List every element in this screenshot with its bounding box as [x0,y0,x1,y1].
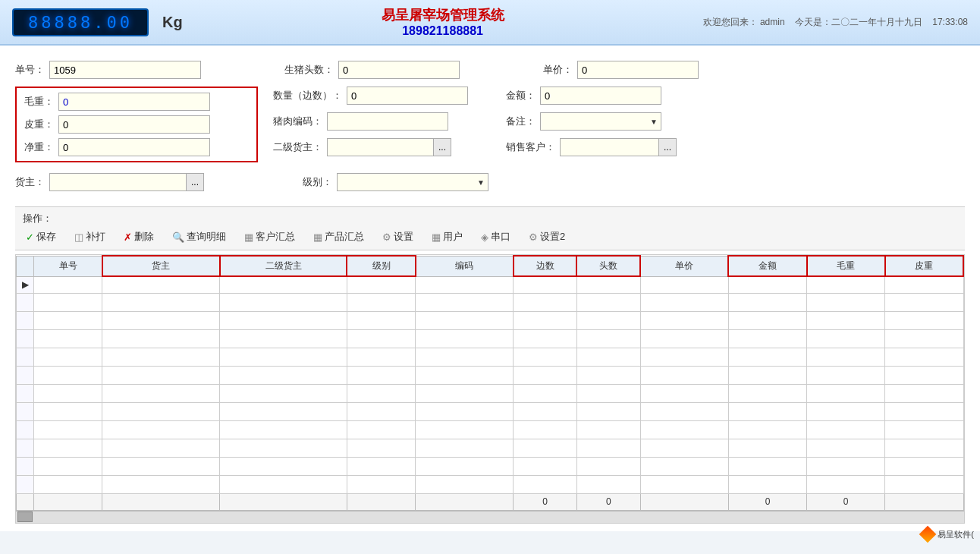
table-row-indicator: ▶ [17,276,964,293]
table-row-empty-7 [17,402,964,420]
product-summary-label: 产品汇总 [325,230,364,244]
scroll-thumb[interactable] [17,512,33,522]
settings-button[interactable]: ⚙ 设置 [379,228,416,245]
unit-price-label: 单价： [543,63,573,77]
product-summary-button[interactable]: ▦ 产品汇总 [310,228,367,245]
reprint-button[interactable]: ◫ 补打 [71,228,108,245]
footer-gross: 0 [807,493,885,510]
sales-customer-browse[interactable]: ... [658,138,677,156]
sales-customer-group: 销售客户： ... [506,138,677,156]
pork-code-input[interactable] [327,112,448,131]
customer-summary-button[interactable]: ▦ 客户汇总 [241,228,298,245]
order-group: 单号： [15,61,201,79]
secondary-owner-label: 二级货主： [273,140,322,154]
query-label: 查询明细 [187,230,226,244]
header-left: 88888.00 Kg [12,8,183,36]
th-tare: 皮重 [885,256,963,276]
footer-code [416,493,514,510]
welcome-text: 欢迎您回来： admin 今天是：二〇二一年十月十九日 17:33:08 [703,16,968,29]
unit-price-input[interactable] [577,61,699,79]
pigs-group: 生猪头数： [284,61,460,79]
owner-browse[interactable]: ... [186,173,204,191]
delete-button[interactable]: ✗ 删除 [121,228,157,245]
save-icon: ✓ [26,231,34,243]
query-icon: 🔍 [172,231,184,243]
row-indicator-cell: ▶ [17,276,34,293]
product-icon: ▦ [313,231,322,243]
level-arrow-icon: ▼ [477,178,485,187]
tare-row: 皮重： [24,115,249,134]
secondary-owner-browse[interactable]: ... [433,138,451,156]
tare-input[interactable] [58,115,210,134]
customer-icon: ▦ [244,231,253,243]
th-owner2: 二级货主 [220,256,347,276]
td-gross [807,276,885,293]
logo-area: 易呈软件 ( [922,528,974,540]
header: 88888.00 Kg 易呈屠宰场管理系统 189821188881 欢迎您回来… [0,0,980,46]
gross-weight-input[interactable] [58,93,210,111]
pigs-input[interactable] [338,61,460,79]
level-dropdown[interactable]: ▼ [337,173,488,191]
system-title: 易呈屠宰场管理系统 [382,6,504,24]
weight-section: 毛重： 皮重： 净重： [15,87,258,162]
data-table: 单号 货主 二级货主 级别 编码 边数 头数 单价 金额 毛重 皮重 ▶ [16,255,964,511]
user-label: 用户 [443,230,463,244]
sales-customer-input[interactable] [560,138,658,156]
td-owner2 [220,276,347,293]
owner-group: 货主： ... [15,173,204,191]
amount-input[interactable] [540,87,661,105]
footer-unitprice [640,493,728,510]
table-row-empty-10 [17,457,964,475]
table-row-empty-8 [17,420,964,439]
secondary-owner-group: 二级货主： ... [273,138,468,156]
table-header-row: 单号 货主 二级货主 级别 编码 边数 头数 单价 金额 毛重 皮重 [17,256,964,276]
net-weight-input[interactable] [58,138,210,156]
table-row-empty-4 [17,348,964,366]
header-center: 易呈屠宰场管理系统 189821188881 [382,6,504,38]
logo-diamond-icon [919,526,937,543]
amount-group: 金额： [506,87,677,105]
note-group: 备注： ▼ [506,112,677,131]
table-row-empty-6 [17,384,964,402]
footer-row: 0 0 0 0 [17,493,964,510]
order-input[interactable] [49,61,201,79]
owner-label: 货主： [15,175,45,189]
phone-number: 189821188881 [382,24,504,38]
quantity-input[interactable] [347,87,468,105]
table-section: 单号 货主 二级货主 级别 编码 边数 头数 单价 金额 毛重 皮重 ▶ [15,254,965,524]
settings2-button[interactable]: ⚙ 设置2 [526,228,568,245]
td-unitprice [640,276,728,293]
table-row-empty-2 [17,311,964,329]
pork-code-label: 猪肉编码： [273,115,322,128]
delete-icon: ✗ [124,231,132,243]
secondary-owner-field: ... [327,138,451,156]
user-button[interactable]: ▦ 用户 [429,228,466,245]
secondary-owner-input[interactable] [327,138,433,156]
table-row-empty-11 [17,475,964,493]
footer-sides: 0 [514,493,577,510]
th-owner: 货主 [102,256,220,276]
owner-input[interactable] [49,173,186,191]
footer-indicator [17,493,34,510]
td-tare [885,276,963,293]
note-dropdown[interactable]: ▼ [540,112,661,131]
th-level: 级别 [347,256,415,276]
level-label: 级别： [303,175,332,189]
tare-label: 皮重： [24,118,54,131]
logo-extra: ( [971,530,974,539]
td-heads [576,276,640,293]
header-right: 欢迎您回来： admin 今天是：二〇二一年十月十九日 17:33:08 [703,16,968,29]
table-row-empty-5 [17,366,964,384]
save-label: 保存 [36,230,56,244]
footer-sn [34,493,102,510]
table-scrollbar[interactable] [16,511,964,523]
save-button[interactable]: ✓ 保存 [23,228,59,245]
lcd-display: 88888.00 [12,8,149,36]
reprint-icon: ◫ [74,231,83,243]
port-button[interactable]: ◈ 串口 [478,228,514,245]
port-icon: ◈ [481,231,488,243]
table-row-empty-1 [17,293,964,311]
table-body: ▶ [17,276,964,493]
query-button[interactable]: 🔍 查询明细 [169,228,229,245]
form-section: 单号： 生猪头数： 单价： 毛重： 皮重： [15,53,965,203]
